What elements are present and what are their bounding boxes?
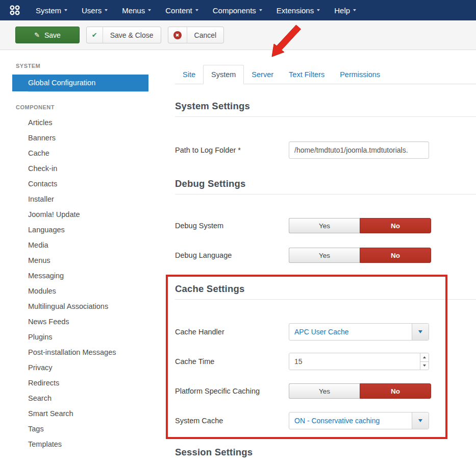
debug-system-toggle: Yes No bbox=[289, 218, 431, 233]
chevron-down-icon bbox=[418, 419, 422, 422]
cache-time-field bbox=[289, 353, 429, 370]
sidebar-item-templates[interactable]: Templates bbox=[0, 436, 153, 452]
sidebar-item-plugins[interactable]: Plugins bbox=[0, 329, 153, 345]
platform-caching-yes-button[interactable]: Yes bbox=[289, 383, 360, 399]
admin-menubar: System Users Menus Content Components Ex… bbox=[0, 0, 476, 20]
sidebar-item-privacy[interactable]: Privacy bbox=[0, 360, 153, 375]
config-tabs: Site System Server Text Filters Permissi… bbox=[175, 63, 476, 84]
menu-help-label: Help bbox=[334, 6, 350, 15]
menu-system-label: System bbox=[36, 6, 61, 15]
toolbar: Save Save & Close Cancel bbox=[0, 20, 476, 50]
system-settings-title: System Settings bbox=[175, 101, 476, 117]
chevron-down-icon bbox=[195, 9, 198, 11]
sidebar-item-messaging[interactable]: Messaging bbox=[0, 268, 153, 283]
caret-up-icon bbox=[423, 356, 426, 358]
system-cache-value: ON - Conservative caching bbox=[289, 413, 412, 429]
sidebar-item-check-in[interactable]: Check-in bbox=[0, 161, 153, 176]
platform-caching-label: Platform Specific Caching bbox=[175, 387, 289, 395]
debug-language-yes-button[interactable]: Yes bbox=[289, 248, 360, 263]
sidebar-item-menus[interactable]: Menus bbox=[0, 253, 153, 268]
menu-content-label: Content bbox=[165, 6, 192, 15]
sidebar-item-languages[interactable]: Languages bbox=[0, 222, 153, 237]
cache-handler-select[interactable]: APC User Cache bbox=[289, 323, 429, 341]
menu-components[interactable]: Components bbox=[206, 0, 269, 20]
sidebar-system-heading: SYSTEM bbox=[16, 63, 153, 69]
cache-handler-value: APC User Cache bbox=[289, 324, 412, 340]
spinner-up-button[interactable] bbox=[420, 353, 429, 362]
sidebar-item-media[interactable]: Media bbox=[0, 237, 153, 253]
sidebar-item-installer[interactable]: Installer bbox=[0, 191, 153, 207]
debug-system-yes-button[interactable]: Yes bbox=[289, 218, 360, 233]
system-cache-caret-button[interactable] bbox=[412, 413, 429, 429]
config-main-panel: Site System Server Text Filters Permissi… bbox=[175, 50, 476, 461]
tab-permissions[interactable]: Permissions bbox=[332, 65, 388, 84]
system-cache-label: System Cache bbox=[175, 417, 289, 425]
debug-system-row: Debug System Yes No bbox=[175, 218, 476, 233]
chevron-down-icon bbox=[353, 9, 356, 11]
sidebar-item-joomla-update[interactable]: Joomla! Update bbox=[0, 207, 153, 222]
cache-settings-title: Cache Settings bbox=[175, 283, 476, 300]
tab-site[interactable]: Site bbox=[175, 65, 203, 84]
sidebar-item-banners[interactable]: Banners bbox=[0, 130, 153, 145]
sidebar-item-modules[interactable]: Modules bbox=[0, 283, 153, 299]
platform-caching-no-button[interactable]: No bbox=[360, 383, 431, 399]
menu-extensions-label: Extensions bbox=[277, 6, 314, 15]
system-cache-row: System Cache ON - Conservative caching bbox=[175, 412, 476, 429]
tab-server[interactable]: Server bbox=[244, 65, 281, 84]
menu-extensions[interactable]: Extensions bbox=[269, 0, 327, 20]
platform-caching-toggle: Yes No bbox=[289, 383, 431, 399]
cancel-icon bbox=[173, 31, 182, 39]
menu-components-label: Components bbox=[213, 6, 256, 15]
cache-time-label: Cache Time bbox=[175, 357, 289, 366]
joomla-logo-icon bbox=[9, 5, 20, 16]
cache-handler-row: Cache Handler APC User Cache bbox=[175, 323, 476, 341]
system-cache-select[interactable]: ON - Conservative caching bbox=[289, 412, 429, 429]
cancel-icon-wrap bbox=[168, 27, 187, 43]
sidebar-component-heading: COMPONENT bbox=[16, 104, 153, 110]
cancel-button[interactable]: Cancel bbox=[168, 27, 224, 43]
debug-language-row: Debug Language Yes No bbox=[175, 248, 476, 263]
debug-system-label: Debug System bbox=[175, 222, 289, 230]
cache-time-input[interactable] bbox=[289, 353, 420, 370]
sidebar-item-tags[interactable]: Tags bbox=[0, 421, 153, 436]
sidebar-item-post-installation-messages[interactable]: Post-installation Messages bbox=[0, 345, 153, 360]
save-button-label: Save bbox=[44, 31, 61, 39]
debug-system-no-button[interactable]: No bbox=[360, 218, 431, 233]
platform-caching-row: Platform Specific Caching Yes No bbox=[175, 383, 476, 399]
tab-text-filters[interactable]: Text Filters bbox=[281, 65, 332, 84]
menu-menus[interactable]: Menus bbox=[115, 0, 158, 20]
sidebar-item-redirects[interactable]: Redirects bbox=[0, 375, 153, 391]
sidebar-item-cache[interactable]: Cache bbox=[0, 145, 153, 161]
path-to-log-row: Path to Log Folder * bbox=[175, 141, 476, 159]
menu-users[interactable]: Users bbox=[74, 0, 115, 20]
sidebar-item-articles[interactable]: Articles bbox=[0, 115, 153, 130]
menu-help[interactable]: Help bbox=[327, 0, 363, 20]
sidebar-item-global-configuration[interactable]: Global Configuration bbox=[12, 75, 148, 91]
cancel-button-label: Cancel bbox=[187, 31, 224, 39]
sidebar-divider bbox=[28, 91, 148, 92]
config-sidebar: SYSTEM Global Configuration COMPONENT Ar… bbox=[0, 51, 153, 452]
debug-language-toggle: Yes No bbox=[289, 248, 431, 263]
menu-content[interactable]: Content bbox=[158, 0, 206, 20]
menu-menus-label: Menus bbox=[122, 6, 145, 15]
save-button[interactable]: Save bbox=[15, 27, 80, 43]
sidebar-item-smart-search[interactable]: Smart Search bbox=[0, 406, 153, 421]
tab-system[interactable]: System bbox=[203, 65, 244, 84]
sidebar-item-multilingual-associations[interactable]: Multilingual Associations bbox=[0, 299, 153, 314]
spinner-down-button[interactable] bbox=[420, 362, 429, 370]
menu-users-label: Users bbox=[82, 6, 102, 15]
sidebar-item-contacts[interactable]: Contacts bbox=[0, 176, 153, 191]
cache-handler-caret-button[interactable] bbox=[412, 324, 429, 340]
caret-down-icon bbox=[423, 365, 426, 367]
chevron-down-icon bbox=[148, 9, 151, 11]
cache-time-row: Cache Time bbox=[175, 353, 476, 370]
save-and-close-button[interactable]: Save & Close bbox=[86, 27, 161, 43]
sidebar-item-search[interactable]: Search bbox=[0, 391, 153, 406]
debug-language-no-button[interactable]: No bbox=[360, 248, 431, 263]
check-icon bbox=[87, 27, 103, 43]
path-to-log-input[interactable] bbox=[289, 141, 429, 159]
path-to-log-label: Path to Log Folder * bbox=[175, 146, 289, 154]
menu-system[interactable]: System bbox=[29, 0, 74, 20]
save-and-close-label: Save & Close bbox=[103, 31, 161, 39]
sidebar-item-news-feeds[interactable]: News Feeds bbox=[0, 314, 153, 329]
